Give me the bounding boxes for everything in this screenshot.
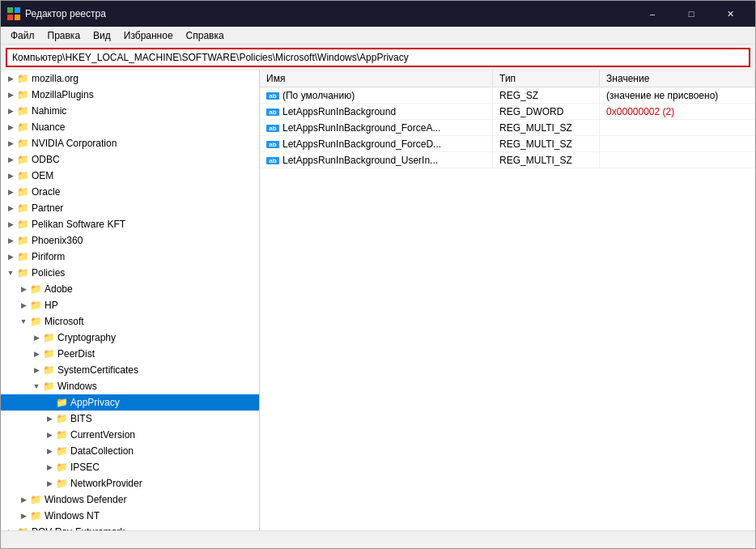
col-value[interactable]: Значение	[600, 70, 755, 87]
tree-expander[interactable]	[4, 139, 17, 147]
table-row[interactable]: abLetAppsRunInBackgroundREG_DWORD0x00000…	[260, 104, 755, 120]
cell-type: REG_MULTI_SZ	[493, 136, 600, 152]
folder-icon: 📁	[56, 429, 69, 440]
col-name[interactable]: Имя	[260, 70, 493, 87]
tree-item[interactable]: 📁CurrentVersion	[1, 427, 259, 443]
tree-expander[interactable]	[4, 253, 17, 261]
tree-expander[interactable]	[30, 350, 43, 358]
folder-icon: 📁	[17, 105, 30, 117]
cell-value: 0x00000002 (2)	[600, 104, 755, 120]
tree-expander[interactable]	[4, 155, 17, 164]
tree-item[interactable]: 📁Microsoft	[1, 313, 259, 330]
tree-item[interactable]: 📁POV-Ray-Futuremark	[1, 524, 259, 530]
tree-expander[interactable]	[4, 188, 17, 196]
tree-expander[interactable]	[30, 334, 43, 342]
cell-name: abLetAppsRunInBackground_ForceA...	[260, 120, 493, 136]
folder-icon: 📁	[30, 510, 43, 521]
tree-expander[interactable]	[4, 236, 17, 245]
tree-expander[interactable]	[43, 415, 56, 423]
tree-label: CurrentVersion	[70, 429, 256, 440]
tree-expander[interactable]	[4, 269, 17, 277]
tree-item[interactable]: 📁OEM	[1, 168, 259, 184]
tree-item[interactable]: 📁Phoenix360	[1, 232, 259, 249]
tree-expander[interactable]	[17, 285, 30, 293]
tree-item[interactable]: 📁ODBC	[1, 151, 259, 168]
col-type[interactable]: Тип	[493, 70, 600, 87]
right-panel: Имя Тип Значение ab(По умолчанию)REG_SZ(…	[260, 70, 755, 530]
tree-expander[interactable]	[30, 366, 43, 374]
tree-expander[interactable]	[17, 301, 30, 309]
tree-item[interactable]: 📁MozillaPlugins	[1, 87, 259, 103]
folder-icon: 📁	[43, 332, 56, 343]
tree-item[interactable]: 📁BITS	[1, 411, 259, 427]
tree-item[interactable]: 📁Nahimic	[1, 103, 259, 119]
tree-item[interactable]: 📁Windows Defender	[1, 492, 259, 508]
tree-item[interactable]: 📁Nuance	[1, 119, 259, 135]
tree-label: Cryptography	[57, 332, 256, 343]
tree-item[interactable]: 📁NVIDIA Corporation	[1, 135, 259, 151]
tree-item[interactable]: 📁PeerDist	[1, 346, 259, 362]
cell-value: (значение не присвоено)	[600, 87, 755, 104]
menu-file[interactable]: Файл	[4, 28, 41, 43]
tree-item[interactable]: 📁Windows NT	[1, 508, 259, 524]
tree-label: Partner	[32, 202, 256, 214]
tree-item[interactable]: 📁Oracle	[1, 184, 259, 200]
menu-view[interactable]: Вид	[87, 28, 117, 43]
folder-icon: 📁	[17, 219, 30, 230]
folder-icon: 📁	[30, 316, 43, 327]
tree-item[interactable]: 📁mozilla.org	[1, 70, 259, 87]
tree-item[interactable]: 📁Policies	[1, 265, 259, 281]
tree-item[interactable]: 📁AppPrivacy	[1, 394, 259, 411]
tree-panel: 📁mozilla.org📁MozillaPlugins📁Nahimic📁Nuan…	[1, 70, 260, 530]
tree-expander[interactable]	[43, 431, 56, 439]
minimize-button[interactable]: –	[634, 1, 671, 27]
table-row[interactable]: ab(По умолчанию)REG_SZ(значение не присв…	[260, 87, 755, 104]
menu-help[interactable]: Справка	[180, 28, 231, 43]
tree-expander[interactable]	[43, 479, 56, 487]
tree-expander[interactable]	[4, 123, 17, 131]
tree-label: OEM	[32, 170, 256, 181]
tree-expander[interactable]	[30, 382, 43, 390]
tree-item[interactable]: 📁NetworkProvider	[1, 475, 259, 492]
tree-expander[interactable]	[4, 204, 17, 212]
tree-expander[interactable]	[4, 107, 17, 115]
tree-item[interactable]: 📁Pelikan Software KFT	[1, 216, 259, 232]
folder-icon: 📁	[56, 397, 69, 408]
tree-item[interactable]: 📁Adobe	[1, 281, 259, 297]
tree-label: mozilla.org	[32, 73, 256, 84]
close-button[interactable]: ✕	[711, 1, 749, 27]
tree-item[interactable]: 📁Cryptography	[1, 330, 259, 346]
maximize-button[interactable]: □	[673, 1, 710, 27]
tree-expander[interactable]	[17, 496, 30, 504]
tree-expander[interactable]	[43, 463, 56, 471]
tree-label: BITS	[70, 413, 256, 424]
tree-expander[interactable]	[4, 172, 17, 180]
tree-expander[interactable]	[43, 447, 56, 455]
tree-expander[interactable]	[4, 74, 17, 83]
tree-expander[interactable]	[17, 317, 30, 326]
tree-label: Microsoft	[45, 316, 256, 327]
tree-item[interactable]: 📁DataCollection	[1, 443, 259, 459]
tree-expander[interactable]	[4, 91, 17, 99]
tree-label: Policies	[32, 267, 256, 279]
tree-label: NVIDIA Corporation	[32, 138, 256, 149]
tree-label: Nuance	[32, 121, 256, 133]
folder-icon: 📁	[30, 494, 43, 505]
table-row[interactable]: abLetAppsRunInBackground_ForceA...REG_MU…	[260, 120, 755, 136]
tree-item[interactable]: 📁Windows	[1, 378, 259, 394]
tree-item[interactable]: 📁SystemCertificates	[1, 362, 259, 378]
tree-item[interactable]: 📁IPSEC	[1, 459, 259, 475]
tree-item[interactable]: 📁Piriform	[1, 249, 259, 265]
table-row[interactable]: abLetAppsRunInBackground_UserIn...REG_MU…	[260, 152, 755, 168]
tree-item[interactable]: 📁HP	[1, 297, 259, 313]
table-row[interactable]: abLetAppsRunInBackground_ForceD...REG_MU…	[260, 136, 755, 152]
address-input[interactable]	[6, 48, 750, 67]
tree-label: ODBC	[32, 154, 256, 165]
menu-edit[interactable]: Правка	[41, 28, 87, 43]
tree-expander[interactable]	[17, 512, 30, 520]
menu-favorites[interactable]: Избранное	[117, 28, 180, 43]
tree-item[interactable]: 📁Partner	[1, 200, 259, 216]
window-title: Редактор реестра	[25, 8, 634, 19]
cell-value	[600, 152, 755, 168]
tree-expander[interactable]	[4, 220, 17, 228]
